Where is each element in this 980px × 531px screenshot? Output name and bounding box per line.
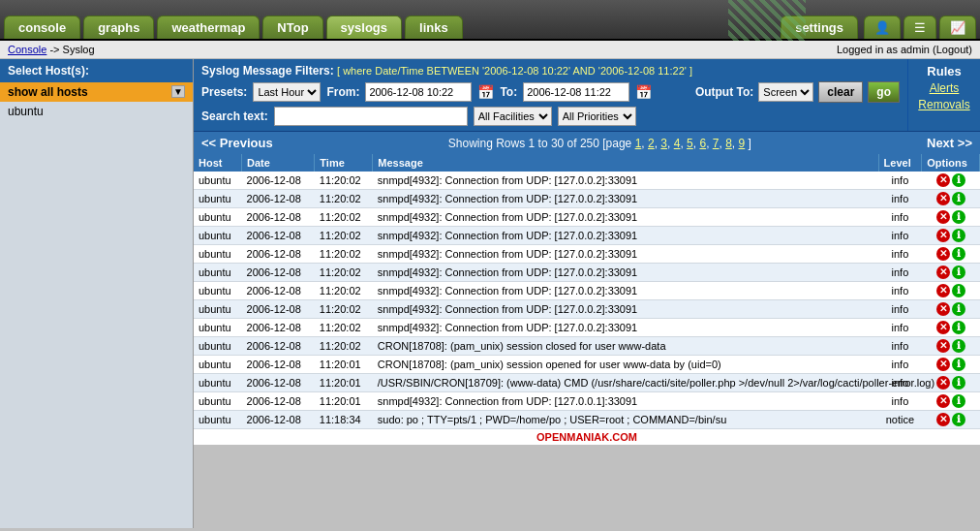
info-icon[interactable]: ℹ [952, 229, 965, 242]
cell-date: 2006-12-08 [242, 411, 315, 429]
delete-icon[interactable]: ✕ [936, 229, 950, 242]
cell-level: info [878, 172, 922, 190]
page-4-link[interactable]: 4 [674, 137, 681, 150]
nav-tab-ntop[interactable]: NTop [262, 16, 322, 39]
rules-title: Rules [913, 64, 975, 78]
col-date: Date [242, 154, 315, 172]
nav-tab-console[interactable]: console [4, 16, 80, 39]
page-6-link[interactable]: 6 [699, 137, 706, 150]
table-row: ubuntu 2006-12-08 11:20:02 snmpd[4932]: … [194, 245, 980, 264]
sidebar-scroll[interactable]: ▼ [171, 85, 185, 98]
from-label: From: [326, 85, 359, 99]
breadcrumb: Console -> Syslog [8, 44, 95, 55]
table-row: ubuntu 2006-12-08 11:20:01 /USR/SBIN/CRO… [194, 374, 980, 392]
delete-icon[interactable]: ✕ [936, 210, 950, 224]
delete-icon[interactable]: ✕ [936, 247, 950, 261]
nav-tab-menu-icon[interactable]: ☰ [903, 16, 936, 39]
sidebar: Select Host(s): show all hosts ▼ ubuntu [0, 59, 194, 528]
nav-decoration [728, 0, 806, 41]
info-icon[interactable]: ℹ [952, 173, 965, 187]
filter-query: [ where Date/Time BETWEEN '2006-12-08 10… [337, 65, 692, 77]
delete-icon[interactable]: ✕ [936, 321, 950, 334]
delete-icon[interactable]: ✕ [936, 376, 950, 390]
delete-icon[interactable]: ✕ [936, 302, 950, 316]
removals-link[interactable]: Removals [913, 98, 975, 111]
from-input[interactable] [365, 82, 472, 102]
breadcrumb-home-link[interactable]: Console [8, 44, 46, 55]
presets-select[interactable]: Last Hour [253, 82, 321, 102]
nav-right-section: settings 👤 ☰ 📈 [781, 16, 976, 39]
cell-options: ✕ℹ [922, 245, 980, 264]
cell-time: 11:20:01 [315, 356, 373, 374]
cell-time: 11:20:02 [315, 319, 373, 337]
cell-options: ✕ℹ [922, 227, 980, 245]
cell-date: 2006-12-08 [242, 264, 315, 282]
to-calendar-icon[interactable]: 📅 [635, 84, 652, 100]
info-icon[interactable]: ℹ [952, 210, 965, 224]
page-9-link[interactable]: 9 [739, 137, 746, 150]
nav-tab-chart-icon[interactable]: 📈 [939, 16, 976, 39]
table-row: ubuntu 2006-12-08 11:20:02 snmpd[4932]: … [194, 172, 980, 190]
cell-date: 2006-12-08 [242, 392, 315, 411]
from-calendar-icon[interactable]: 📅 [477, 84, 494, 100]
next-button[interactable]: Next >> [927, 136, 972, 150]
nav-tab-links[interactable]: links [405, 16, 463, 39]
cell-host: ubuntu [194, 374, 242, 392]
cell-date: 2006-12-08 [242, 356, 315, 374]
nav-tab-syslogs[interactable]: syslogs [326, 16, 402, 39]
delete-icon[interactable]: ✕ [936, 339, 950, 353]
cell-message: snmpd[4932]: Connection from UDP: [127.0… [373, 208, 878, 227]
prev-button[interactable]: << Previous [201, 136, 273, 150]
delete-icon[interactable]: ✕ [936, 266, 950, 279]
delete-icon[interactable]: ✕ [936, 394, 950, 408]
page-8-link[interactable]: 8 [725, 137, 732, 150]
cell-time: 11:20:02 [315, 245, 373, 264]
table-row: ubuntu 2006-12-08 11:20:02 CRON[18708]: … [194, 337, 980, 356]
info-icon[interactable]: ℹ [952, 284, 965, 297]
page-5-link[interactable]: 5 [687, 137, 693, 150]
search-text-input[interactable] [274, 107, 468, 126]
info-icon[interactable]: ℹ [952, 302, 965, 316]
info-icon[interactable]: ℹ [952, 358, 965, 371]
breadcrumb-arrow: -> [49, 44, 59, 55]
delete-icon[interactable]: ✕ [936, 192, 950, 205]
info-icon[interactable]: ℹ [952, 376, 965, 390]
facilities-select[interactable]: All Facilities [474, 107, 552, 126]
cell-level: info [878, 264, 922, 282]
page-3-link[interactable]: 3 [660, 137, 667, 150]
priorities-select[interactable]: All Priorities [558, 107, 636, 126]
delete-icon[interactable]: ✕ [936, 413, 950, 426]
info-icon[interactable]: ℹ [952, 394, 965, 408]
cell-host: ubuntu [194, 245, 242, 264]
sidebar-item-label-ubuntu: ubuntu [8, 105, 44, 118]
cell-level: notice [878, 411, 922, 429]
host-list: show all hosts ▼ ubuntu [0, 82, 193, 121]
sidebar-title: Select Host(s): [0, 59, 193, 82]
page-2-link[interactable]: 2 [648, 137, 655, 150]
info-icon[interactable]: ℹ [952, 266, 965, 279]
nav-tab-user-icon[interactable]: 👤 [864, 16, 901, 39]
cell-options: ✕ℹ [922, 356, 980, 374]
cell-host: ubuntu [194, 172, 242, 190]
info-icon[interactable]: ℹ [952, 192, 965, 205]
delete-icon[interactable]: ✕ [936, 358, 950, 371]
nav-tab-graphs[interactable]: graphs [83, 16, 154, 39]
info-icon[interactable]: ℹ [952, 413, 965, 426]
to-input[interactable] [523, 82, 629, 102]
page-7-link[interactable]: 7 [713, 137, 720, 150]
delete-icon[interactable]: ✕ [936, 173, 950, 187]
page-1-link[interactable]: 1 [635, 137, 642, 150]
go-button[interactable]: go [868, 81, 900, 103]
nav-tab-weathermap[interactable]: weathermap [157, 16, 260, 39]
filter-row-1: Presets: Last Hour From: 📅 To: 📅 Output … [201, 81, 900, 103]
info-icon[interactable]: ℹ [952, 339, 965, 353]
sidebar-item-show-all-hosts[interactable]: show all hosts ▼ [0, 82, 193, 102]
info-icon[interactable]: ℹ [952, 247, 965, 261]
output-to-select[interactable]: Screen [758, 82, 813, 102]
delete-icon[interactable]: ✕ [936, 284, 950, 297]
info-icon[interactable]: ℹ [952, 321, 965, 334]
table-row: ubuntu 2006-12-08 11:20:02 snmpd[4932]: … [194, 319, 980, 337]
sidebar-item-ubuntu[interactable]: ubuntu [0, 102, 193, 121]
alerts-link[interactable]: Alerts [913, 81, 975, 95]
clear-button[interactable]: clear [818, 81, 863, 103]
